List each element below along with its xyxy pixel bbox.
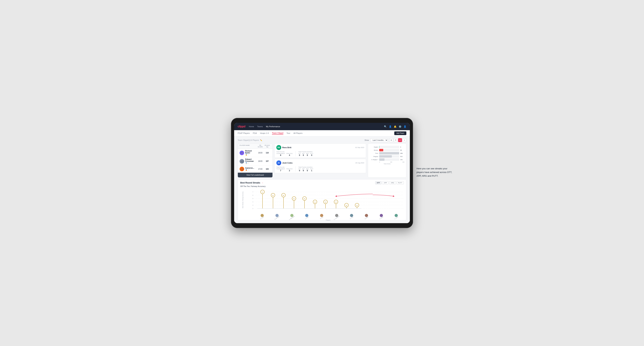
card-view-button[interactable]: ⊟ [398,138,402,142]
bar-fill [379,158,384,161]
svg-text:3x: 3x [346,205,347,206]
svg-text:5x: 5x [304,198,305,199]
rank-badge: 🥉 3 [245,169,254,171]
bar-label: D. Bogeys + [370,159,378,160]
nav-my-performance[interactable]: My Performance [266,126,280,128]
app-filter-button[interactable]: APP [382,181,388,184]
subnav-pgat[interactable]: PGAT Players [238,132,250,135]
practice-stat: Practice 4 [286,153,292,156]
putt-filter-button[interactable]: PUTT [396,181,404,184]
bar-row-dbogeys: D. Bogeys + 131 [370,158,404,161]
bar-chart: Eagles 3 Birdies [370,146,404,161]
show-label: Show [364,139,369,141]
subnav-all-players[interactable]: All Players [294,132,302,135]
svg-text:3: 3 [252,205,253,206]
putt-value: 0 [311,154,312,156]
player-card-info: RB Rees Britt [276,145,292,150]
table-row[interactable]: RB Richard Butler 🏅 1 [238,149,272,157]
app-value: 0 [303,170,304,172]
ott-stat: OTT 0 [298,153,301,156]
svg-text:6: 6 [252,195,253,196]
tournament-value: 7 [280,170,281,172]
user-icon[interactable]: 👤 [389,125,392,128]
player-name: Cameron... [245,167,254,169]
date-range-select[interactable]: Last 3 months [370,138,388,142]
subnav-pga[interactable]: PGA [253,132,257,135]
nav-right-controls: 🔍 👤 🔔 ⚙️ 👤 [384,125,406,128]
subnav-hcaps[interactable]: Hcaps 1-5 [260,132,269,135]
practice-act-group: Total Practice Activities OTT 0 APP [298,166,313,172]
sub-navigation: PGAT Players PGA Hcaps 1-5 Team Clippd T… [234,130,410,137]
practice-value: 4 [289,154,290,156]
y-axis-container: Best Streak, Fairway Accuracy [240,189,252,218]
avatar: EC [240,159,244,164]
player-info: CM Cameron... 🥉 3 [240,167,257,171]
subnav-team-clippd[interactable]: Team Clippd [272,132,283,135]
table-row[interactable]: CM Cameron... 🥉 3 17/2 [238,166,272,173]
putt-stat: PUTT 0 [310,153,313,156]
y-axis-label: Best Streak, Fairway Accuracy [242,191,244,208]
player-name-rank: Cameron... 🥉 3 [245,167,254,171]
player-avg: 103 [264,168,271,170]
avatar-icon[interactable]: 👤 [404,125,406,128]
bar-value: 131 [400,159,404,161]
view-leaderboard-button[interactable]: View Full Leaderboard [238,173,272,177]
add-team-button[interactable]: Add Team [394,131,406,135]
bronze-badge-icon: 🥉 [245,169,247,171]
arg-value: 0 [307,170,308,172]
annotation-text: Here you can see streaks your players ha… [416,167,453,178]
col-player-name: PLAYER NAME [240,145,257,148]
nav-links: Home Teams My Performance [249,126,280,128]
bar-fill [379,146,380,148]
bar-row-birdies: Birdies 96 [370,149,404,151]
practice-stat: Practice 2 [286,168,292,172]
grid-view-button[interactable]: ⊞ [390,138,393,142]
practice-act-row: OTT 0 APP 0 ARG [298,153,313,156]
team-title: Team Clippd | 14 Players [238,139,259,141]
streak-filter-buttons: OTT APP ARG PUTT [375,181,404,184]
arg-filter-button[interactable]: ARG [389,181,396,184]
detail-view-button[interactable]: ≡ [402,138,406,142]
player-cards-column: RB Rees Britt 02 Sep 2023 Total Rounds [274,144,366,177]
svg-text:4: 4 [252,201,253,202]
bar-fill [379,149,383,151]
rounds-label: Total Rounds [276,151,292,153]
streak-player-col: E. Crossman [329,211,344,218]
app-value: 0 [303,154,304,156]
streak-player-col: J. Coles [300,211,314,218]
player-name-rank: Edward Crossman 🥈 2 [245,158,257,164]
nav-home[interactable]: Home [249,126,254,128]
settings-icon[interactable]: ⚙️ [399,125,402,128]
rank-number: 3 [248,169,248,171]
ott-filter-button[interactable]: OTT [375,181,382,184]
bell-icon[interactable]: 🔔 [394,125,396,128]
player-score: 19/20 [257,152,264,154]
streak-player-col: B. McHarg [270,211,284,218]
subnav-tour[interactable]: Tour [286,132,290,135]
bar-value: 3 [400,146,404,148]
team-header: Team Clippd | 14 Players ✏️ Show Last 3 … [238,138,406,142]
view-icon-buttons: ⊞ ☰ ⊟ ≡ [390,138,406,142]
chart-x-axis: 0 200 400 [370,162,404,163]
putt-value: 1 [311,170,312,172]
streak-player-name: R. Britt [320,216,324,219]
tournament-stat: Tournament 8 [276,153,285,156]
arg-stat: ARG 0 [306,168,309,172]
list-view-button[interactable]: ☰ [394,138,398,142]
nav-teams[interactable]: Teams [257,126,263,128]
edit-icon[interactable]: ✏️ [260,139,262,141]
top-navigation: clippd Home Teams My Performance 🔍 👤 🔔 ⚙… [234,123,410,130]
player-card-header: RB Rees Britt 02 Sep 2023 [276,145,364,150]
svg-text:6x: 6x [283,195,284,196]
avatar: RB [276,145,281,150]
card-date: 02 Sep 2023 [355,147,364,148]
table-row[interactable]: EC Edward Crossman 🥈 2 [238,157,272,166]
practice-act-label: Total Practice Activities [298,151,313,153]
leaderboard-column: PLAYER NAME PB SCORE PB AVG SQ RB Richar… [238,144,273,177]
card-stats: Total Rounds Tournament 7 Practice [276,166,364,172]
main-two-col: PLAYER NAME PB SCORE PB AVG SQ RB Richar… [238,144,406,177]
player-row: E. Ebert B. McHarg D. Billingham [254,211,404,218]
search-icon[interactable]: 🔍 [384,125,387,128]
app-stat: APP 0 [302,168,305,172]
svg-text:4x: 4x [314,201,316,203]
